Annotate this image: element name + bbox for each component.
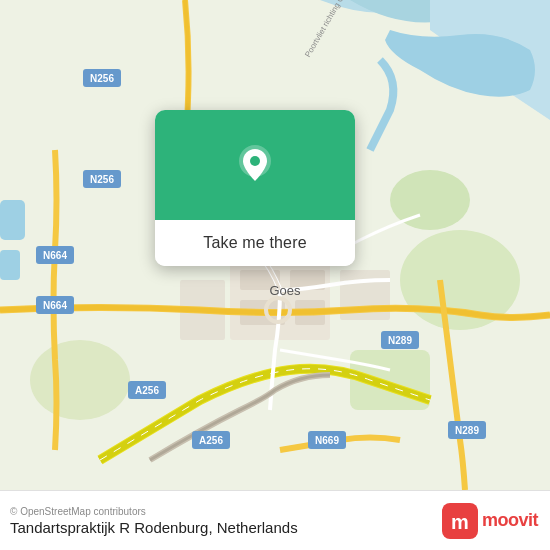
svg-text:N256: N256 — [90, 73, 114, 84]
svg-text:N256: N256 — [90, 174, 114, 185]
svg-text:m: m — [451, 511, 469, 533]
location-pin-icon — [233, 143, 277, 187]
footer: © OpenStreetMap contributors Tandartspra… — [0, 490, 550, 550]
svg-text:A256: A256 — [135, 385, 159, 396]
take-me-there-button[interactable]: Take me there — [155, 220, 355, 266]
moovit-text: moovit — [482, 510, 538, 531]
svg-rect-2 — [0, 250, 20, 280]
map-container: N256 N256 N664 N664 A256 A256 N289 N289 … — [0, 0, 550, 490]
svg-point-6 — [30, 340, 130, 420]
popup-card: Take me there — [155, 110, 355, 266]
openstreetmap-credit: © OpenStreetMap contributors — [10, 506, 298, 517]
svg-text:N664: N664 — [43, 300, 67, 311]
svg-text:A256: A256 — [199, 435, 223, 446]
svg-text:N664: N664 — [43, 250, 67, 261]
svg-point-36 — [250, 156, 260, 166]
svg-text:N669: N669 — [315, 435, 339, 446]
popup-green-area — [155, 110, 355, 220]
location-name: Tandartspraktijk R Rodenburg, Netherland… — [10, 519, 298, 536]
moovit-logo: m moovit — [442, 503, 538, 539]
footer-left: © OpenStreetMap contributors Tandartspra… — [10, 506, 298, 536]
svg-rect-1 — [0, 200, 25, 240]
svg-text:Goes: Goes — [269, 283, 301, 298]
svg-text:N289: N289 — [388, 335, 412, 346]
svg-text:N289: N289 — [455, 425, 479, 436]
moovit-icon: m — [442, 503, 478, 539]
